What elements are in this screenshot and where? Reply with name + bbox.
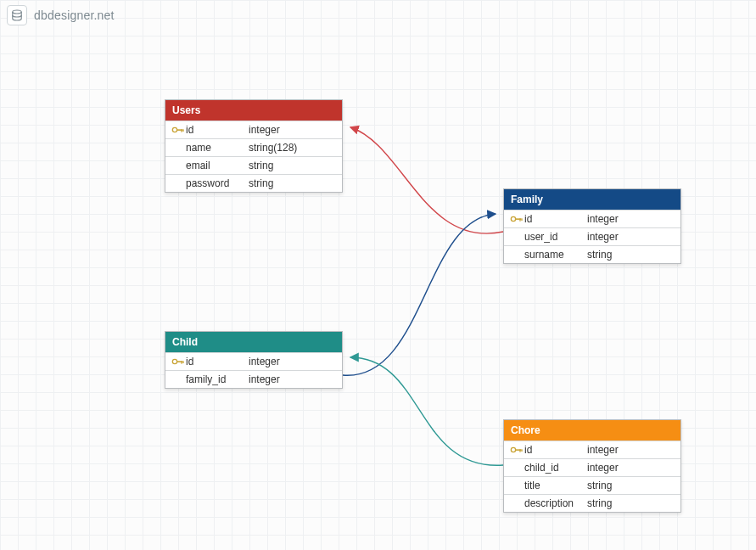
table-title-users[interactable]: Users — [165, 100, 342, 121]
field-row-child-family_id[interactable]: family_idinteger — [165, 370, 342, 388]
svg-point-9 — [172, 359, 176, 363]
field-row-users-password[interactable]: passwordstring — [165, 174, 342, 192]
table-child[interactable]: Child idintegerfamily_idinteger — [165, 331, 343, 389]
svg-rect-15 — [519, 449, 520, 452]
field-row-chore-title[interactable]: titlestring — [504, 476, 680, 494]
field-name: family_id — [186, 373, 249, 385]
field-name: id — [186, 356, 249, 368]
svg-rect-7 — [519, 218, 520, 221]
field-row-chore-child_id[interactable]: child_idinteger — [504, 458, 680, 476]
field-row-chore-id[interactable]: idinteger — [504, 441, 680, 458]
svg-rect-8 — [521, 218, 522, 221]
field-name: surname — [524, 249, 587, 261]
table-users[interactable]: Users idintegernamestring(128)emailstrin… — [165, 99, 343, 193]
primary-key-icon — [509, 444, 524, 456]
field-row-users-email[interactable]: emailstring — [165, 156, 342, 174]
field-row-child-id[interactable]: idinteger — [165, 352, 342, 370]
field-row-users-name[interactable]: namestring(128) — [165, 138, 342, 156]
table-family[interactable]: Family idintegeruser_idintegersurnamestr… — [503, 188, 681, 264]
field-row-family-surname[interactable]: surnamestring — [504, 245, 680, 263]
svg-point-5 — [511, 216, 515, 221]
field-type: integer — [587, 213, 675, 225]
svg-point-13 — [511, 447, 515, 452]
field-type: string — [587, 249, 675, 261]
table-title-child[interactable]: Child — [165, 332, 342, 352]
field-row-users-id[interactable]: idinteger — [165, 121, 342, 138]
field-type: string — [587, 480, 675, 491]
app-header: dbdesigner.net — [7, 5, 115, 25]
field-type: integer — [587, 444, 675, 456]
brand-text: dbdesigner.net — [34, 8, 115, 22]
field-type: string — [249, 177, 337, 189]
svg-rect-12 — [182, 361, 183, 363]
field-type: integer — [587, 462, 675, 474]
svg-rect-11 — [181, 361, 182, 363]
table-title-chore[interactable]: Chore — [504, 420, 680, 441]
field-row-family-id[interactable]: idinteger — [504, 210, 680, 227]
field-name: email — [186, 160, 249, 171]
field-name: title — [524, 480, 587, 491]
svg-point-0 — [13, 10, 21, 14]
primary-key-icon — [509, 213, 524, 225]
field-type: integer — [249, 356, 337, 368]
field-type: integer — [249, 124, 337, 136]
field-row-family-user_id[interactable]: user_idinteger — [504, 227, 680, 245]
field-name: id — [524, 213, 587, 225]
database-logo-icon — [7, 5, 27, 25]
svg-point-1 — [172, 127, 176, 132]
svg-rect-3 — [181, 129, 182, 132]
field-type: string — [587, 497, 675, 509]
field-name: user_id — [524, 231, 587, 243]
table-chore[interactable]: Chore idintegerchild_idintegertitlestrin… — [503, 419, 681, 513]
field-name: description — [524, 497, 587, 509]
field-row-chore-description[interactable]: descriptionstring — [504, 494, 680, 512]
field-name: id — [186, 124, 249, 136]
field-name: password — [186, 177, 249, 189]
field-type: string — [249, 160, 337, 171]
primary-key-icon — [171, 124, 186, 136]
primary-key-icon — [171, 356, 186, 368]
field-name: name — [186, 142, 249, 154]
er-canvas[interactable]: Users idintegernamestring(128)emailstrin… — [0, 0, 756, 550]
field-type: integer — [249, 373, 337, 385]
field-name: id — [524, 444, 587, 456]
field-type: string(128) — [249, 142, 337, 154]
table-title-family[interactable]: Family — [504, 189, 680, 210]
field-type: integer — [587, 231, 675, 243]
svg-rect-16 — [521, 449, 522, 452]
field-name: child_id — [524, 462, 587, 474]
svg-rect-4 — [182, 129, 183, 132]
